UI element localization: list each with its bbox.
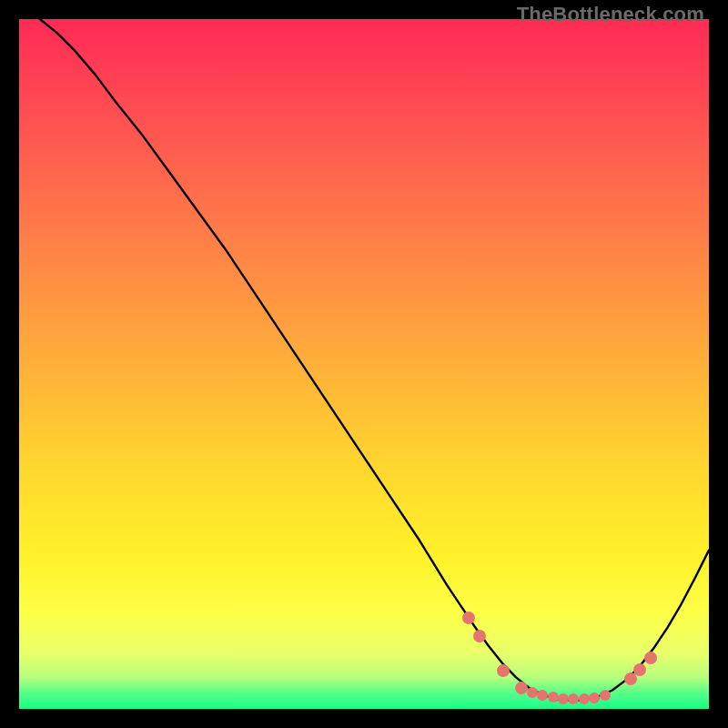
data-marker bbox=[462, 612, 475, 624]
data-marker bbox=[589, 693, 600, 703]
data-marker bbox=[558, 693, 569, 704]
bottleneck-curve bbox=[19, 19, 709, 709]
data-marker bbox=[644, 652, 657, 664]
data-marker bbox=[568, 693, 579, 704]
data-marker bbox=[579, 693, 590, 704]
data-marker bbox=[473, 630, 486, 642]
data-marker bbox=[515, 682, 528, 694]
data-marker bbox=[537, 690, 548, 701]
data-marker bbox=[527, 687, 538, 698]
data-marker bbox=[600, 690, 611, 701]
plot-area bbox=[19, 19, 709, 709]
chart-frame: TheBottleneck.com bbox=[0, 0, 728, 728]
watermark-text: TheBottleneck.com bbox=[517, 3, 704, 26]
data-marker bbox=[497, 664, 510, 677]
data-marker bbox=[633, 663, 646, 676]
data-marker bbox=[548, 692, 559, 703]
